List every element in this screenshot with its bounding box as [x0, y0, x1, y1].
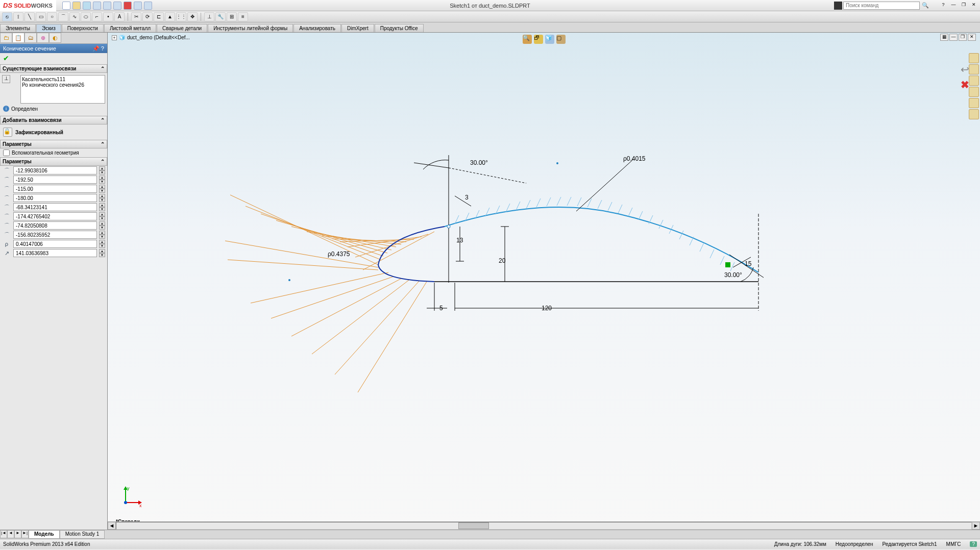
- btab-prev[interactable]: ◄: [7, 530, 14, 538]
- arc-icon[interactable]: ⌒: [58, 12, 68, 21]
- options-icon[interactable]: [134, 2, 142, 10]
- spin-down[interactable]: ▼: [99, 244, 105, 248]
- param-input-1[interactable]: [13, 176, 97, 184]
- fillet-icon[interactable]: ⌐: [92, 12, 102, 21]
- print-icon[interactable]: [93, 2, 101, 10]
- collapse-icon[interactable]: ⌃: [101, 66, 105, 71]
- param-input-2[interactable]: [13, 185, 97, 193]
- spin-up[interactable]: ▲: [99, 203, 105, 207]
- status-units[interactable]: ММГС: [946, 541, 961, 547]
- point-icon[interactable]: •: [103, 12, 113, 21]
- spin-down[interactable]: ▼: [99, 170, 105, 174]
- dim-120[interactable]: 120: [542, 305, 552, 312]
- spin-up[interactable]: ▲: [99, 176, 105, 180]
- scroll-thumb[interactable]: [458, 522, 489, 529]
- collapse-icon[interactable]: ⌃: [101, 117, 105, 123]
- dim-13[interactable]: 13: [456, 237, 463, 244]
- move-icon[interactable]: ✥: [187, 12, 198, 21]
- spin-up[interactable]: ▲: [99, 249, 105, 253]
- minimize-button[interactable]: —: [949, 2, 958, 9]
- param-input-6[interactable]: [13, 221, 97, 230]
- dim-15[interactable]: 15: [745, 260, 751, 267]
- btab-last[interactable]: ►|: [21, 530, 29, 538]
- spin-up[interactable]: ▲: [99, 166, 105, 170]
- section-add-relations[interactable]: Добавить взаимосвязи ⌃: [0, 116, 107, 124]
- dimension-icon[interactable]: ⟟: [13, 12, 23, 21]
- btab-first[interactable]: |◄: [0, 530, 7, 538]
- circle-icon[interactable]: ○: [47, 12, 57, 21]
- collapse-icon[interactable]: ⌃: [101, 141, 105, 147]
- spin-down[interactable]: ▼: [99, 253, 105, 257]
- ellipse-icon[interactable]: ⬭: [81, 12, 91, 21]
- spin-down[interactable]: ▼: [99, 216, 105, 220]
- tab-features[interactable]: Элементы: [0, 24, 36, 32]
- screen-icon[interactable]: [144, 2, 152, 10]
- offset-icon[interactable]: ⊏: [154, 12, 164, 21]
- param-input-4[interactable]: [13, 203, 97, 211]
- feature-tree-tab[interactable]: 🗀: [0, 33, 12, 43]
- spin-down[interactable]: ▼: [99, 198, 105, 202]
- tab-model[interactable]: Модель: [29, 530, 60, 539]
- tab-surfaces[interactable]: Поверхности: [62, 24, 104, 32]
- line-icon[interactable]: ╲: [24, 12, 35, 21]
- new-icon[interactable]: [62, 2, 70, 10]
- search-input[interactable]: [843, 2, 920, 10]
- dim-rho2[interactable]: ρ0.4015: [623, 155, 646, 162]
- dim-5[interactable]: 5: [439, 305, 443, 312]
- param-input-9[interactable]: [13, 249, 97, 257]
- relations-list[interactable]: Касательность111 Ро конического сечения2…: [20, 75, 105, 104]
- param-input-8[interactable]: [13, 240, 97, 248]
- open-icon[interactable]: [72, 2, 81, 10]
- collapse-icon[interactable]: ⌃: [101, 159, 105, 164]
- relation-item[interactable]: Ро конического сечения26: [22, 82, 104, 88]
- select-icon[interactable]: [113, 2, 121, 10]
- fix-relation-button[interactable]: 🔒 Зафиксированный: [2, 127, 105, 138]
- dimxpert-tab[interactable]: ⊕: [37, 33, 49, 43]
- relation-item[interactable]: Касательность111: [22, 77, 104, 82]
- spin-down[interactable]: ▼: [99, 207, 105, 211]
- convert-icon[interactable]: ⟳: [142, 12, 153, 21]
- spin-down[interactable]: ▼: [99, 189, 105, 193]
- spin-up[interactable]: ▲: [99, 221, 105, 226]
- property-tab[interactable]: 📋: [12, 33, 24, 43]
- tab-dimxpert[interactable]: DimXpert: [341, 24, 374, 32]
- rebuild-icon[interactable]: [124, 2, 132, 10]
- ok-button[interactable]: ✔: [3, 54, 9, 62]
- scroll-left[interactable]: ◄: [108, 522, 116, 530]
- spin-down[interactable]: ▼: [99, 226, 105, 230]
- config-tab[interactable]: 🗂: [24, 33, 37, 43]
- relations-icon[interactable]: ⊥: [204, 12, 214, 21]
- rapid-sketch-icon[interactable]: ≡: [238, 12, 248, 21]
- aux-checkbox[interactable]: [3, 149, 10, 156]
- pattern-icon[interactable]: ⋮⋮: [176, 12, 186, 21]
- spin-down[interactable]: ▼: [99, 180, 105, 184]
- save-icon[interactable]: [83, 2, 91, 10]
- spin-up[interactable]: ▲: [99, 185, 105, 189]
- tab-sheet-metal[interactable]: Листовой металл: [104, 24, 156, 32]
- section-parameters[interactable]: Параметры ⌃: [0, 157, 107, 166]
- tab-evaluate[interactable]: Анализировать: [293, 24, 341, 32]
- help-icon[interactable]: ?: [939, 2, 947, 9]
- spin-up[interactable]: ▲: [99, 212, 105, 216]
- param-input-3[interactable]: [13, 194, 97, 202]
- text-icon[interactable]: A: [114, 12, 125, 21]
- dim-rho1[interactable]: ρ0.4375: [328, 251, 350, 258]
- display-tab[interactable]: ◐: [49, 33, 61, 43]
- close-button[interactable]: ✕: [970, 2, 978, 9]
- mirror-icon[interactable]: ▲: [165, 12, 175, 21]
- spline-icon[interactable]: ∿: [69, 12, 80, 21]
- rectangle-icon[interactable]: ▭: [36, 12, 46, 21]
- maximize-button[interactable]: ❐: [960, 2, 968, 9]
- dim-20[interactable]: 20: [499, 257, 505, 264]
- dim-angle1[interactable]: 30.00°: [470, 159, 488, 166]
- btab-next[interactable]: ►: [14, 530, 21, 538]
- graphics-viewport[interactable]: + 🧊 duct_demo (Default<<Def... 🔍 🗗 🧊 ▢ ▦…: [108, 33, 980, 530]
- tab-motion-study[interactable]: Motion Study 1: [60, 530, 105, 539]
- section-existing-relations[interactable]: Существующие взаимосвязи ⌃: [0, 64, 107, 73]
- spin-up[interactable]: ▲: [99, 231, 105, 235]
- dim-3[interactable]: 3: [465, 194, 469, 201]
- section-options[interactable]: Параметры ⌃: [0, 140, 107, 148]
- param-input-0[interactable]: [13, 166, 97, 174]
- scroll-track[interactable]: [116, 522, 972, 530]
- scroll-right[interactable]: ►: [972, 522, 980, 530]
